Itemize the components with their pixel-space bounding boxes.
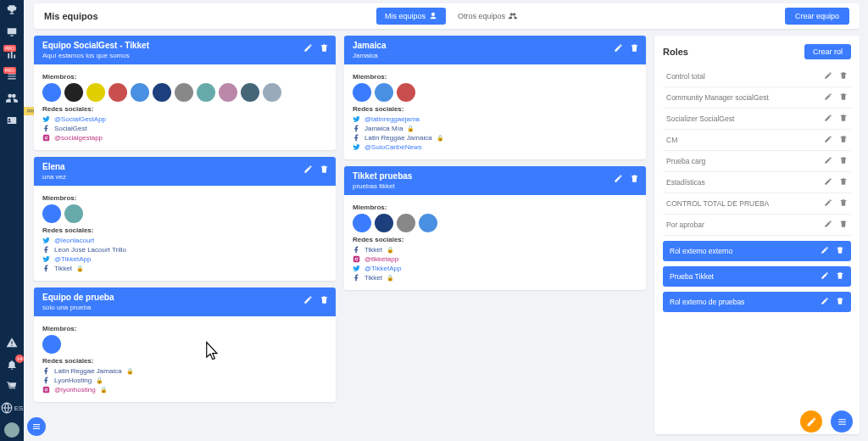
- edit-role-button[interactable]: [824, 177, 832, 187]
- member-avatar[interactable]: [263, 83, 281, 102]
- social-link[interactable]: Leon José Lacourt Trillo: [42, 246, 327, 254]
- member-avatar[interactable]: [42, 83, 61, 102]
- drawer-toggle-button[interactable]: [27, 417, 46, 436]
- member-avatar[interactable]: [397, 214, 415, 232]
- edit-role-button[interactable]: [824, 220, 832, 230]
- delete-team-button[interactable]: [630, 171, 639, 187]
- social-link[interactable]: Latin Reggae Jamaica🔒: [42, 367, 327, 375]
- member-avatar[interactable]: [353, 83, 371, 102]
- fab-menu-button[interactable]: [831, 410, 853, 433]
- role-row[interactable]: Rol externo de pruebas: [663, 292, 851, 312]
- delete-role-button[interactable]: [836, 246, 844, 256]
- role-row[interactable]: CONTROL TOTAL DE PRUEBA: [663, 193, 851, 215]
- delete-role-button[interactable]: [839, 135, 848, 145]
- social-link[interactable]: @TikketApp: [42, 255, 327, 263]
- create-team-button[interactable]: Crear equipo: [785, 8, 849, 25]
- social-link[interactable]: @socialgestapp: [42, 134, 327, 142]
- nav-item4-icon[interactable]: PRO: [5, 70, 19, 83]
- social-link[interactable]: @SocialGestApp: [42, 115, 327, 123]
- delete-role-button[interactable]: [836, 297, 844, 307]
- role-row[interactable]: CM: [663, 130, 851, 151]
- edit-role-button[interactable]: [824, 92, 832, 103]
- member-avatar[interactable]: [64, 83, 83, 102]
- edit-role-button[interactable]: [821, 297, 829, 307]
- member-avatar[interactable]: [175, 83, 193, 102]
- delete-role-button[interactable]: [839, 177, 848, 187]
- tab-other-teams[interactable]: Otros equipos: [458, 12, 517, 20]
- member-avatar[interactable]: [42, 204, 61, 223]
- nav-cart-icon[interactable]: [5, 380, 19, 394]
- member-avatar[interactable]: [419, 214, 437, 232]
- social-link[interactable]: @SoloCaribeNews: [353, 143, 637, 151]
- social-link[interactable]: Latin Reggae Jamaica🔒: [353, 134, 637, 142]
- role-row[interactable]: Por aprobar: [663, 215, 851, 236]
- edit-role-button[interactable]: [821, 271, 829, 282]
- fab-edit-button[interactable]: [800, 410, 822, 433]
- social-link[interactable]: Tikket🔒: [42, 265, 327, 272]
- lang-switch[interactable]: ES: [1, 402, 24, 414]
- edit-team-button[interactable]: [303, 293, 313, 308]
- edit-role-button[interactable]: [824, 71, 832, 81]
- social-link[interactable]: Jamaica Mía🔒: [353, 125, 637, 132]
- delete-role-button[interactable]: [839, 71, 848, 81]
- social-link[interactable]: @tikketapp: [353, 255, 637, 263]
- member-avatar[interactable]: [197, 83, 215, 102]
- member-avatar[interactable]: [241, 83, 259, 102]
- role-row[interactable]: Socializer SocialGest: [663, 109, 851, 130]
- delete-role-button[interactable]: [839, 220, 848, 230]
- member-avatar[interactable]: [375, 214, 393, 232]
- role-row[interactable]: Rol externo externo: [663, 241, 851, 261]
- tab-my-teams[interactable]: Mis equipos: [376, 8, 446, 25]
- member-avatar[interactable]: [397, 83, 415, 102]
- member-avatar[interactable]: [219, 83, 237, 102]
- nav-dashboard-icon[interactable]: [5, 25, 19, 39]
- social-link[interactable]: @leonlacourt: [42, 237, 327, 244]
- social-link[interactable]: Tikket🔒: [353, 246, 637, 254]
- role-row[interactable]: Estadísticas: [663, 172, 851, 193]
- delete-team-button[interactable]: [320, 41, 329, 56]
- edit-role-button[interactable]: [824, 156, 832, 166]
- edit-team-button[interactable]: [614, 171, 623, 187]
- edit-role-button[interactable]: [824, 114, 832, 124]
- edit-team-button[interactable]: [303, 162, 313, 177]
- role-row[interactable]: Community Manager socialGest: [663, 87, 851, 109]
- delete-role-button[interactable]: [839, 198, 848, 209]
- social-link[interactable]: @TikketApp: [353, 265, 637, 272]
- edit-team-button[interactable]: [614, 41, 623, 56]
- delete-role-button[interactable]: [839, 156, 848, 166]
- member-avatar[interactable]: [108, 83, 127, 102]
- create-role-button[interactable]: Crear rol: [804, 44, 851, 59]
- nav-logo-icon[interactable]: [5, 3, 19, 17]
- member-avatar[interactable]: [353, 214, 371, 232]
- member-avatar[interactable]: [42, 335, 61, 354]
- social-link[interactable]: Tikket🔒: [353, 274, 637, 282]
- edit-role-button[interactable]: [824, 135, 832, 145]
- edit-role-button[interactable]: [824, 198, 832, 209]
- social-link[interactable]: LyonHosting🔒: [42, 377, 327, 384]
- delete-team-button[interactable]: [320, 162, 329, 177]
- member-avatar[interactable]: [153, 83, 171, 102]
- edit-team-button[interactable]: [303, 41, 313, 56]
- delete-role-button[interactable]: [839, 114, 848, 124]
- nav-stats-icon[interactable]: PRO: [5, 47, 19, 61]
- nav-users-icon[interactable]: [5, 92, 19, 105]
- member-avatar[interactable]: [375, 83, 393, 102]
- social-link[interactable]: @latinreggaejama: [353, 115, 637, 123]
- edit-role-button[interactable]: [821, 246, 829, 256]
- delete-role-button[interactable]: [839, 92, 848, 103]
- social-link[interactable]: SocialGest: [42, 125, 327, 132]
- user-avatar[interactable]: [4, 422, 19, 438]
- nav-bell-icon[interactable]: 14: [5, 358, 19, 371]
- role-row[interactable]: Control total: [663, 66, 851, 87]
- delete-team-button[interactable]: [630, 41, 639, 56]
- role-row[interactable]: Prueba carg: [663, 151, 851, 172]
- role-row[interactable]: Prueba Tikket: [663, 266, 851, 287]
- member-avatar[interactable]: [64, 204, 83, 223]
- member-avatar[interactable]: [131, 83, 149, 102]
- nav-id-icon[interactable]: [5, 114, 19, 127]
- member-avatar[interactable]: [86, 83, 105, 102]
- nav-alert-icon[interactable]: [5, 336, 19, 349]
- delete-team-button[interactable]: [320, 293, 329, 308]
- social-link[interactable]: @lyonhosting🔒: [42, 386, 327, 394]
- delete-role-button[interactable]: [836, 271, 844, 282]
